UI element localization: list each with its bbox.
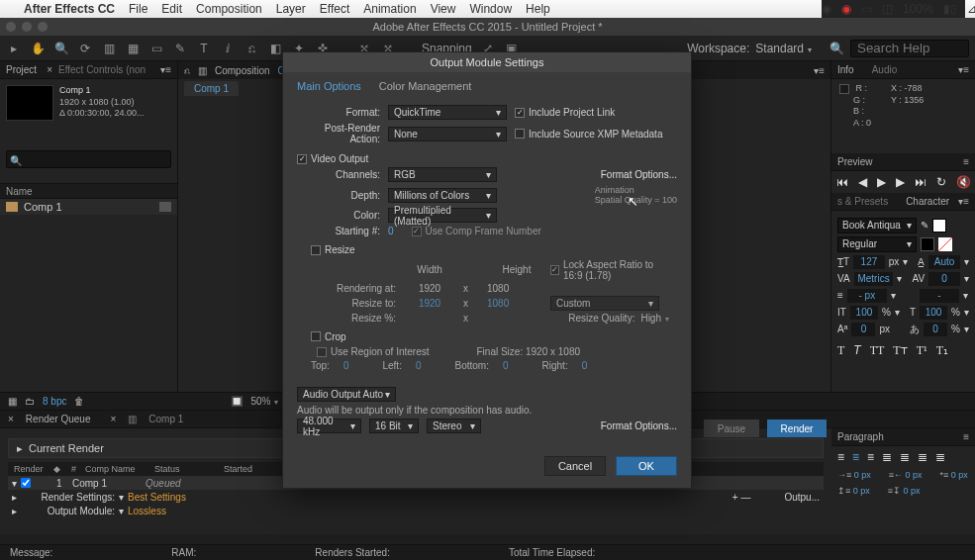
comp-icon[interactable]: ▥ [198, 65, 207, 76]
disclosure-icon[interactable]: ▸ [17, 442, 23, 455]
audio-output-select[interactable]: Audio Output Auto▾ [297, 387, 396, 402]
channels-select[interactable]: RGB▾ [388, 167, 497, 182]
starting-input[interactable]: 0 [388, 226, 394, 236]
audio-format-options-button[interactable]: Format Options... [601, 420, 677, 431]
baseline-input[interactable]: 0 [851, 323, 875, 336]
dropdown-icon[interactable]: ▾ [119, 506, 124, 516]
include-xmp-checkbox[interactable]: Include Source XMP Metadata [515, 129, 662, 140]
format-options-button[interactable]: Format Options... [601, 169, 677, 180]
camera-tool-icon[interactable]: ▥ [101, 42, 117, 55]
render-queue-tab[interactable]: Render Queue [26, 414, 91, 424]
color-management-tab[interactable]: Color Management [379, 80, 472, 92]
info-tab[interactable]: Info [837, 64, 854, 75]
space-after[interactable]: ≡↧ 0 px [888, 486, 921, 496]
disclosure-icon[interactable]: ▾ [12, 478, 17, 489]
presets-tab[interactable]: s & Presets [837, 196, 888, 207]
close-icon[interactable]: × [8, 414, 14, 424]
disclosure-icon[interactable]: ▸ [12, 506, 22, 516]
italic-icon[interactable]: T [853, 343, 860, 358]
align-left-icon[interactable]: ≡ [837, 450, 844, 464]
video-output-checkbox[interactable]: ✓Video Output [297, 153, 368, 164]
project-tab[interactable]: Project [6, 64, 37, 75]
leading-input[interactable]: Auto [928, 255, 960, 269]
justify-right-icon[interactable]: ≣ [918, 450, 927, 464]
first-frame-icon[interactable]: ⏮ [836, 175, 848, 189]
kerning-select[interactable]: Metrics [854, 272, 894, 286]
indent-right[interactable]: ≡← 0 px [889, 470, 923, 480]
app-name[interactable]: After Effects CC [24, 2, 115, 16]
font-select[interactable]: Book Antiqua▾ [837, 218, 917, 233]
search-help-input[interactable] [850, 40, 969, 57]
traffic-lights[interactable] [6, 22, 48, 32]
bold-icon[interactable]: T [837, 343, 844, 358]
space-before[interactable]: ↥≡ 0 px [837, 486, 870, 496]
bpc-label[interactable]: 8 bpc [43, 396, 66, 407]
justify-left-icon[interactable]: ≣ [882, 450, 892, 464]
align-center-icon[interactable]: ≡ [852, 450, 859, 464]
close-icon[interactable]: × [110, 414, 116, 424]
crop-right-input[interactable]: 0 [582, 360, 588, 371]
zoom-tool-icon[interactable]: 🔍 [53, 42, 69, 55]
next-frame-icon[interactable]: ▶ [896, 175, 905, 189]
output-module-link[interactable]: Lossless [128, 506, 166, 516]
main-options-tab[interactable]: Main Options [297, 80, 361, 92]
font-style-select[interactable]: Regular▾ [837, 236, 917, 252]
paragraph-tab[interactable]: Paragraph [837, 431, 884, 442]
zoom-value[interactable]: 50% [250, 396, 278, 407]
menu-window[interactable]: Window [469, 2, 512, 16]
hscale-input[interactable]: 100 [920, 306, 947, 320]
ok-button[interactable]: OK [616, 456, 677, 476]
crop-top-input[interactable]: 0 [343, 360, 349, 371]
panel-menu-icon[interactable]: ≡ [963, 156, 969, 167]
menu-layer[interactable]: Layer [276, 2, 306, 16]
brush-tool-icon[interactable]: ⅈ [220, 42, 236, 55]
render-checkbox[interactable] [21, 478, 31, 488]
use-region-checkbox[interactable]: Use Region of Interest [317, 346, 430, 357]
stroke-style-select[interactable]: - [920, 289, 959, 303]
airplay-icon[interactable]: ▭ [861, 2, 872, 16]
resize-preset-select[interactable]: Custom▾ [550, 296, 659, 311]
loop-icon[interactable]: ↻ [936, 175, 946, 189]
resize-quality-select[interactable]: High [640, 313, 669, 324]
preview-tab[interactable]: Preview [837, 156, 873, 167]
menu-edit[interactable]: Edit [161, 2, 182, 16]
render-comp-tab[interactable]: Comp 1 [148, 414, 183, 424]
effect-controls-tab[interactable]: Effect Controls (non [58, 64, 146, 75]
trash-icon[interactable]: 🗑 [74, 396, 84, 407]
depth-select[interactable]: Millions of Colors▾ [388, 188, 497, 203]
panel-menu-icon[interactable]: ▾≡ [958, 196, 969, 207]
subscript-icon[interactable]: T₁ [936, 343, 948, 358]
name-column[interactable]: Name [6, 186, 33, 197]
project-row[interactable]: Comp 1 [0, 199, 177, 215]
resize-checkbox[interactable]: Resize [311, 244, 355, 255]
format-select[interactable]: QuickTime▾ [388, 105, 507, 120]
crop-left-input[interactable]: 0 [416, 360, 422, 371]
wifi-icon[interactable]: ⊿ [967, 2, 975, 16]
audio-channels-select[interactable]: Stereo▾ [427, 419, 481, 433]
resize-height-input[interactable]: 1080 [487, 298, 546, 309]
menu-effect[interactable]: Effect [320, 2, 349, 16]
tracking-input[interactable]: 0 [928, 272, 960, 286]
eyedropper-icon[interactable]: ✎ [921, 220, 928, 231]
audio-tab[interactable]: Audio [872, 64, 898, 75]
clone-tool-icon[interactable]: ⎌ [244, 42, 259, 55]
font-size-input[interactable]: 127 [853, 255, 885, 269]
align-right-icon[interactable]: ≡ [867, 450, 874, 464]
close-icon[interactable]: × [47, 64, 52, 75]
flowchart-icon[interactable]: ⎌ [184, 65, 190, 76]
last-frame-icon[interactable]: ⏭ [915, 175, 926, 189]
menu-composition[interactable]: Composition [196, 2, 262, 16]
crop-bottom-input[interactable]: 0 [503, 360, 509, 371]
comp-tab[interactable]: Comp 1 [184, 81, 239, 96]
superscript-icon[interactable]: T¹ [917, 343, 927, 358]
disclosure-icon[interactable]: ▸ [12, 492, 22, 503]
interpret-icon[interactable]: ▦ [8, 396, 17, 407]
mute-icon[interactable]: 🔇 [956, 175, 971, 189]
include-project-link-checkbox[interactable]: ✓Include Project Link [515, 107, 615, 118]
prev-frame-icon[interactable]: ◀ [858, 175, 867, 189]
menu-view[interactable]: View [431, 2, 456, 16]
comp-thumbnail[interactable] [6, 85, 53, 121]
folder-icon[interactable]: 🗀 [25, 396, 35, 407]
dropdown-icon[interactable]: ▾ [119, 492, 124, 503]
crop-checkbox[interactable]: Crop [311, 331, 346, 342]
